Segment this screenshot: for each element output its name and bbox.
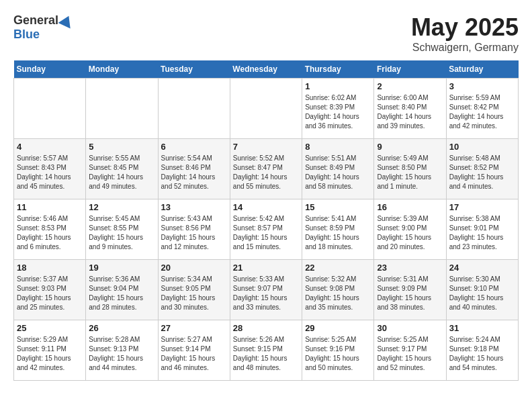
day-number: 8 [305, 142, 371, 152]
day-info: Sunrise: 5:57 AM Sunset: 8:43 PM Dayligh… [17, 154, 83, 191]
day-info: Sunrise: 5:34 AM Sunset: 9:05 PM Dayligh… [161, 275, 227, 312]
calendar-cell: 7Sunrise: 5:52 AM Sunset: 8:47 PM Daylig… [230, 139, 302, 199]
calendar-location: Schwaigern, Germany [411, 42, 519, 54]
calendar-cell: 25Sunrise: 5:29 AM Sunset: 9:11 PM Dayli… [14, 320, 86, 381]
day-info: Sunrise: 5:25 AM Sunset: 9:16 PM Dayligh… [305, 335, 371, 373]
day-number: 24 [449, 263, 515, 273]
day-info: Sunrise: 5:39 AM Sunset: 9:00 PM Dayligh… [377, 214, 443, 252]
day-number: 3 [449, 81, 515, 91]
calendar-cell [86, 79, 158, 139]
day-number: 21 [233, 263, 299, 273]
calendar-cell: 5Sunrise: 5:55 AM Sunset: 8:45 PM Daylig… [86, 139, 158, 199]
day-number: 13 [161, 202, 227, 212]
weekday-header-row: SundayMondayTuesdayWednesdayThursdayFrid… [14, 60, 519, 79]
day-number: 11 [17, 202, 83, 212]
week-row-4: 18Sunrise: 5:37 AM Sunset: 9:03 PM Dayli… [14, 260, 519, 320]
day-info: Sunrise: 5:25 AM Sunset: 9:17 PM Dayligh… [377, 335, 443, 373]
day-info: Sunrise: 5:29 AM Sunset: 9:11 PM Dayligh… [17, 335, 83, 373]
day-number: 18 [17, 263, 83, 273]
weekday-header-friday: Friday [374, 60, 446, 79]
calendar-cell: 26Sunrise: 5:28 AM Sunset: 9:13 PM Dayli… [86, 320, 158, 381]
day-number: 15 [305, 202, 371, 212]
day-info: Sunrise: 5:30 AM Sunset: 9:10 PM Dayligh… [449, 275, 515, 312]
day-number: 19 [89, 263, 154, 273]
day-number: 27 [161, 323, 227, 333]
week-row-3: 11Sunrise: 5:46 AM Sunset: 8:53 PM Dayli… [14, 199, 519, 260]
day-info: Sunrise: 5:59 AM Sunset: 8:42 PM Dayligh… [449, 93, 515, 131]
logo-triangle-icon [58, 13, 75, 28]
calendar-cell: 28Sunrise: 5:26 AM Sunset: 9:15 PM Dayli… [230, 320, 302, 381]
day-number: 10 [449, 142, 515, 152]
week-row-1: 1Sunrise: 6:02 AM Sunset: 8:39 PM Daylig… [14, 79, 519, 139]
weekday-header-monday: Monday [86, 60, 158, 79]
calendar-cell: 19Sunrise: 5:36 AM Sunset: 9:04 PM Dayli… [86, 260, 158, 320]
calendar-cell: 20Sunrise: 5:34 AM Sunset: 9:05 PM Dayli… [158, 260, 230, 320]
calendar-cell: 17Sunrise: 5:38 AM Sunset: 9:01 PM Dayli… [446, 199, 518, 260]
day-number: 1 [305, 81, 371, 91]
calendar-cell: 4Sunrise: 5:57 AM Sunset: 8:43 PM Daylig… [14, 139, 86, 199]
calendar-cell [230, 79, 302, 139]
calendar-cell: 14Sunrise: 5:42 AM Sunset: 8:57 PM Dayli… [230, 199, 302, 260]
day-number: 22 [305, 263, 371, 273]
day-number: 12 [89, 202, 154, 212]
calendar-cell: 22Sunrise: 5:32 AM Sunset: 9:08 PM Dayli… [302, 260, 374, 320]
day-info: Sunrise: 5:48 AM Sunset: 8:52 PM Dayligh… [449, 154, 515, 191]
day-info: Sunrise: 6:00 AM Sunset: 8:40 PM Dayligh… [377, 93, 443, 131]
calendar-cell: 23Sunrise: 5:31 AM Sunset: 9:09 PM Dayli… [374, 260, 446, 320]
week-row-5: 25Sunrise: 5:29 AM Sunset: 9:11 PM Dayli… [14, 320, 519, 381]
day-info: Sunrise: 5:49 AM Sunset: 8:50 PM Dayligh… [377, 154, 443, 191]
day-info: Sunrise: 5:42 AM Sunset: 8:57 PM Dayligh… [233, 214, 299, 252]
day-info: Sunrise: 5:26 AM Sunset: 9:15 PM Dayligh… [233, 335, 299, 373]
day-number: 31 [449, 323, 515, 333]
calendar-cell [14, 79, 86, 139]
calendar-cell: 24Sunrise: 5:30 AM Sunset: 9:10 PM Dayli… [446, 260, 518, 320]
day-info: Sunrise: 5:37 AM Sunset: 9:03 PM Dayligh… [17, 275, 83, 312]
day-number: 5 [89, 142, 154, 152]
day-info: Sunrise: 6:02 AM Sunset: 8:39 PM Dayligh… [305, 93, 371, 131]
title-block: May 2025 Schwaigern, Germany [411, 13, 519, 54]
day-number: 23 [377, 263, 443, 273]
calendar-cell: 16Sunrise: 5:39 AM Sunset: 9:00 PM Dayli… [374, 199, 446, 260]
week-row-2: 4Sunrise: 5:57 AM Sunset: 8:43 PM Daylig… [14, 139, 519, 199]
calendar-cell [158, 79, 230, 139]
day-info: Sunrise: 5:31 AM Sunset: 9:09 PM Dayligh… [377, 275, 443, 312]
calendar-cell: 13Sunrise: 5:43 AM Sunset: 8:56 PM Dayli… [158, 199, 230, 260]
calendar-cell: 30Sunrise: 5:25 AM Sunset: 9:17 PM Dayli… [374, 320, 446, 381]
page-header: General Blue May 2025 Schwaigern, German… [13, 13, 519, 54]
day-info: Sunrise: 5:24 AM Sunset: 9:18 PM Dayligh… [449, 335, 515, 373]
logo-general-text: General [13, 13, 58, 28]
day-number: 17 [449, 202, 515, 212]
day-info: Sunrise: 5:51 AM Sunset: 8:49 PM Dayligh… [305, 154, 371, 191]
day-info: Sunrise: 5:46 AM Sunset: 8:53 PM Dayligh… [17, 214, 83, 252]
day-info: Sunrise: 5:28 AM Sunset: 9:13 PM Dayligh… [89, 335, 154, 373]
calendar-cell: 8Sunrise: 5:51 AM Sunset: 8:49 PM Daylig… [302, 139, 374, 199]
day-info: Sunrise: 5:52 AM Sunset: 8:47 PM Dayligh… [233, 154, 299, 191]
day-info: Sunrise: 5:32 AM Sunset: 9:08 PM Dayligh… [305, 275, 371, 312]
calendar-cell: 12Sunrise: 5:45 AM Sunset: 8:55 PM Dayli… [86, 199, 158, 260]
day-info: Sunrise: 5:36 AM Sunset: 9:04 PM Dayligh… [89, 275, 154, 312]
weekday-header-sunday: Sunday [14, 60, 86, 79]
day-number: 9 [377, 142, 443, 152]
day-number: 16 [377, 202, 443, 212]
day-number: 25 [17, 323, 83, 333]
weekday-header-thursday: Thursday [302, 60, 374, 79]
day-info: Sunrise: 5:41 AM Sunset: 8:59 PM Dayligh… [305, 214, 371, 252]
day-number: 14 [233, 202, 299, 212]
day-number: 7 [233, 142, 299, 152]
day-info: Sunrise: 5:45 AM Sunset: 8:55 PM Dayligh… [89, 214, 154, 252]
day-number: 20 [161, 263, 227, 273]
calendar-cell: 29Sunrise: 5:25 AM Sunset: 9:16 PM Dayli… [302, 320, 374, 381]
day-number: 28 [233, 323, 299, 333]
calendar-cell: 27Sunrise: 5:27 AM Sunset: 9:14 PM Dayli… [158, 320, 230, 381]
calendar-cell: 31Sunrise: 5:24 AM Sunset: 9:18 PM Dayli… [446, 320, 518, 381]
calendar-cell: 15Sunrise: 5:41 AM Sunset: 8:59 PM Dayli… [302, 199, 374, 260]
day-info: Sunrise: 5:33 AM Sunset: 9:07 PM Dayligh… [233, 275, 299, 312]
calendar-cell: 9Sunrise: 5:49 AM Sunset: 8:50 PM Daylig… [374, 139, 446, 199]
calendar-cell: 11Sunrise: 5:46 AM Sunset: 8:53 PM Dayli… [14, 199, 86, 260]
logo-blue-text: Blue [13, 28, 40, 42]
calendar-table: SundayMondayTuesdayWednesdayThursdayFrid… [13, 60, 519, 381]
calendar-cell: 21Sunrise: 5:33 AM Sunset: 9:07 PM Dayli… [230, 260, 302, 320]
weekday-header-tuesday: Tuesday [158, 60, 230, 79]
day-info: Sunrise: 5:54 AM Sunset: 8:46 PM Dayligh… [161, 154, 227, 191]
day-number: 6 [161, 142, 227, 152]
